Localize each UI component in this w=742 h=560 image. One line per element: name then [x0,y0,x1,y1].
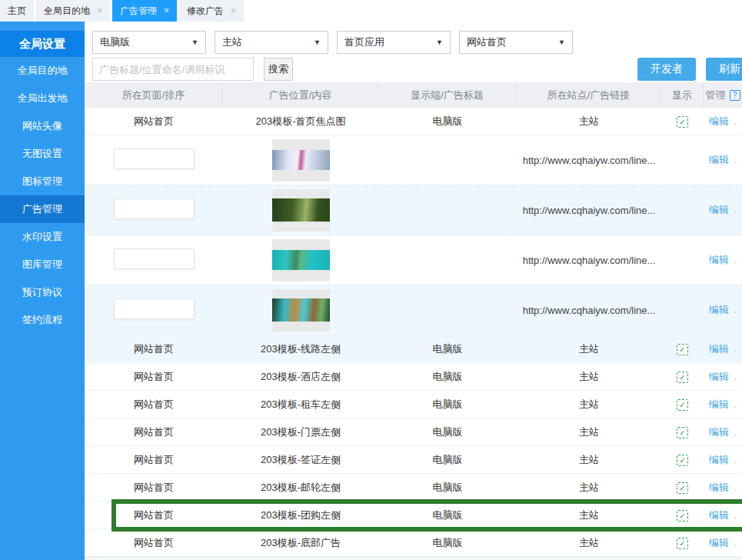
table-row: 网站首页203模板-首页焦点图电脑版主站✓编辑. [85,108,742,135]
device-select[interactable]: 电脑版▼ [92,31,206,54]
ad-thumbnail[interactable] [272,289,330,332]
page-cell: 网站首页 [85,425,223,439]
page-cell: 网站首页 [85,398,223,412]
sidebar-item-ad-management[interactable]: 广告管理 [0,195,85,223]
position-cell: 203模板-首页焦点图 [223,115,378,128]
close-icon[interactable]: × [164,6,169,15]
table-row: 网站首页203模板-邮轮左侧电脑版主站✓编辑. [85,474,742,502]
show-checkbox[interactable]: ✓ [677,399,688,411]
show-cell: ✓ [661,482,704,494]
show-checkbox[interactable]: ✓ [677,116,688,128]
show-cell: ✓ [661,537,704,549]
show-cell: ✓ [661,115,704,128]
edit-link[interactable]: 编辑 [709,371,729,382]
page-cell: 网站首页 [85,370,223,384]
sidebar-item-icon-management[interactable]: 图标管理 [0,168,85,195]
sidebar-item-global-destination[interactable]: 全局目的地 [0,57,85,85]
tab-ad-management-label: 广告管理 [120,5,157,18]
manage-cell: 编辑. [704,453,742,467]
device-cell: 电脑版 [378,425,517,439]
site-cell: 主站 [517,481,661,495]
device-cell: 电脑版 [378,398,517,412]
edit-link[interactable]: 编辑 [709,398,729,410]
position-cell: 203模板-酒店左侧 [223,370,378,384]
sort-input[interactable] [114,148,195,169]
show-checkbox[interactable]: ✓ [677,427,688,438]
help-icon[interactable]: ? [730,90,740,101]
sidebar-item-signing-process[interactable]: 签约流程 [0,306,85,334]
manage-cell: 编辑. [704,115,742,128]
position-cell: 203模板-底部广告 [223,536,378,550]
manage-cell: 编辑. [704,481,742,495]
edit-link[interactable]: 编辑 [709,204,729,215]
edit-link[interactable]: 编辑 [709,537,729,548]
edit-link[interactable]: 编辑 [709,426,729,438]
tab-edit-ad[interactable]: 修改广告× [179,0,244,22]
sort-cell [85,298,223,322]
ad-thumbnail[interactable] [272,189,330,232]
sidebar-header: 全局设置 [0,31,85,57]
show-checkbox[interactable]: ✓ [677,372,688,383]
show-checkbox[interactable]: ✓ [677,538,688,549]
sort-cell [85,248,223,272]
manage-more: . [734,115,737,127]
edit-link[interactable]: 编辑 [709,304,729,315]
developer-button[interactable]: 开发者 [637,58,696,81]
sidebar-item-site-avatar[interactable]: 网站头像 [0,112,85,140]
manage-more: . [734,254,737,265]
site-cell: 主站 [517,536,661,550]
ad-thumbnail[interactable] [272,239,330,282]
tab-ad-management[interactable]: 广告管理× [112,0,177,22]
edit-link[interactable]: 编辑 [709,254,729,265]
tab-global-destination[interactable]: 全局目的地× [36,0,110,22]
edit-link[interactable]: 编辑 [709,343,729,355]
page-select[interactable]: 网站首页▼ [459,31,573,54]
show-checkbox[interactable]: ✓ [677,344,688,355]
show-checkbox[interactable]: ✓ [677,482,688,494]
chevron-down-icon: ▼ [191,38,198,46]
column-header: 所在页面/排序 [85,82,223,108]
edit-link[interactable]: 编辑 [709,154,729,165]
table-row: 网站首页203模板-酒店左侧电脑版主站✓编辑. [85,363,742,391]
ad-management-page: 主页全局目的地×广告管理×修改广告× 全局设置 全局目的地全局出发地网站头像无图… [0,0,742,560]
column-header: 广告位置/内容 [223,82,378,108]
edit-link[interactable]: 编辑 [709,115,729,127]
ad-thumbnail[interactable] [272,139,330,182]
edit-link[interactable]: 编辑 [709,509,729,521]
sidebar-item-gallery-management[interactable]: 图库管理 [0,251,85,278]
refresh-button[interactable]: 刷新 [706,58,742,81]
site-select[interactable]: 主站▼ [215,31,328,54]
show-checkbox[interactable]: ✓ [677,455,688,466]
manage-more: . [734,398,737,410]
close-icon[interactable]: × [231,6,236,15]
search-input[interactable] [92,58,254,81]
sidebar-item-watermark-settings[interactable]: 水印设置 [0,223,85,251]
table-row: http://www.cqhaiyw.com/line...编辑. [85,235,742,285]
mountain-thumbnail-image [272,150,330,170]
sort-input[interactable] [114,198,195,219]
manage-cell: 编辑. [704,398,742,412]
content-cell [223,239,378,282]
position-cell: 203模板-团购左侧 [223,508,378,522]
close-icon[interactable]: × [97,6,102,15]
edit-link[interactable]: 编辑 [709,482,729,493]
app-select[interactable]: 首页应用▼ [337,31,451,54]
edit-link[interactable]: 编辑 [709,454,729,465]
search-button[interactable]: 搜索 [264,58,293,81]
tab-global-destination-label: 全局目的地 [44,5,90,18]
sort-input[interactable] [114,298,195,319]
manage-more: . [734,371,737,382]
table-row: http://www.cqhaiyw.com/line...编辑. [85,285,742,335]
show-checkbox[interactable]: ✓ [677,510,688,522]
sidebar-item-booking-agreement[interactable]: 预订协议 [0,278,85,306]
sort-input[interactable] [114,248,195,269]
site-cell: 主站 [517,370,661,384]
column-header: 显示端/广告标题 [378,82,517,108]
site-select-value: 主站 [222,35,242,49]
content-cell [223,139,378,182]
site-cell: 主站 [517,425,661,439]
sidebar-item-global-departure[interactable]: 全局出发地 [0,85,85,112]
sidebar-item-no-image-settings[interactable]: 无图设置 [0,140,85,168]
tab-home[interactable]: 主页 [0,0,34,22]
sidebar: 全局设置 全局目的地全局出发地网站头像无图设置图标管理广告管理水印设置图库管理预… [0,22,85,560]
